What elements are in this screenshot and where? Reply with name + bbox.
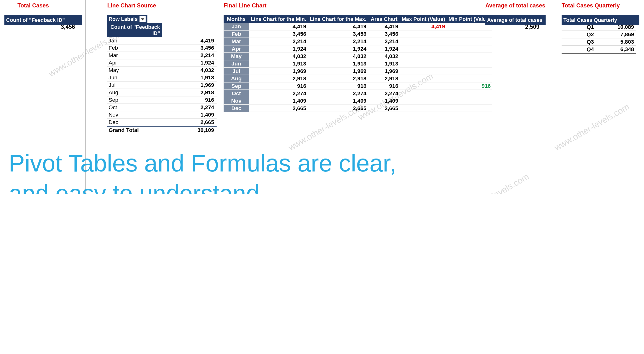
max-point-cell	[400, 97, 447, 105]
table-row: May4,032	[107, 67, 217, 74]
month-cell: Jul	[224, 67, 249, 75]
month-value: 916	[162, 96, 216, 104]
month-cell: Oct	[224, 90, 249, 97]
max-point-cell	[400, 60, 447, 67]
month-label: Oct	[107, 104, 162, 111]
pivot-count-header: Count of "Feedback ID"	[107, 23, 162, 37]
table-row: Aug2,9182,9182,918	[224, 75, 492, 82]
month-value: 2,274	[162, 104, 216, 111]
month-label: Aug	[107, 89, 162, 96]
dropdown-icon[interactable]	[140, 16, 146, 22]
max-line-cell: 1,913	[308, 60, 368, 67]
section-total-cases: Total Cases	[18, 2, 49, 9]
min-line-cell: 4,419	[249, 23, 308, 30]
overlay-line2: and easy to understand	[8, 180, 259, 194]
month-label: Apr	[107, 59, 162, 67]
month-cell: Dec	[224, 105, 249, 112]
min-line-cell: 2,274	[249, 90, 308, 97]
month-value: 1,969	[162, 81, 216, 89]
table-row: Apr1,9241,9241,924	[224, 45, 492, 53]
table-row: Feb3,4563,4563,456	[224, 30, 492, 38]
month-value: 1,924	[162, 59, 216, 67]
month-label: Dec	[107, 118, 162, 126]
quarter-value: 5,803	[596, 38, 636, 46]
line-chart-source-table: Row Labels Count of "Feedback ID" Jan4,4…	[107, 15, 217, 134]
table-row: Nov1,409	[107, 111, 217, 118]
area-cell: 1,913	[368, 60, 400, 67]
final-line-chart-table: MonthsLine Chart for the Min.Line Chart …	[224, 15, 492, 112]
table-row: Q46,348	[562, 46, 636, 53]
max-line-cell: 2,274	[308, 90, 368, 97]
grand-total-label: Grand Total	[107, 126, 162, 134]
month-value: 4,419	[162, 37, 216, 44]
watermark: www.other-levels.com	[552, 102, 631, 153]
min-line-cell: 1,913	[249, 60, 308, 67]
table-row: Apr1,924	[107, 59, 217, 67]
max-line-cell: 4,032	[308, 53, 368, 60]
pivot-row-labels-text: Row Labels	[108, 16, 138, 22]
max-point-cell	[400, 45, 447, 53]
min-line-cell: 1,969	[249, 67, 308, 75]
min-line-cell: 3,456	[249, 30, 308, 38]
column-header: Line Chart for the Min.	[249, 15, 308, 23]
area-cell: 3,456	[368, 30, 400, 38]
average-value: 2,509	[486, 24, 542, 30]
total-cases-value: 3,456	[4, 24, 78, 30]
max-point-cell: 4,419	[400, 23, 447, 30]
max-point-cell	[400, 82, 447, 90]
month-cell: Jan	[224, 23, 249, 30]
area-cell: 1,409	[368, 97, 400, 105]
max-point-cell	[400, 38, 447, 45]
max-line-cell: 1,924	[308, 45, 368, 53]
max-point-cell	[400, 53, 447, 60]
month-cell: Mar	[224, 38, 249, 45]
area-cell: 1,924	[368, 45, 400, 53]
pivot-row-labels-header[interactable]: Row Labels	[107, 15, 147, 23]
month-label: Sep	[107, 96, 162, 104]
quarter-label: Q3	[562, 38, 596, 46]
max-line-cell: 916	[308, 82, 368, 90]
month-cell: May	[224, 53, 249, 60]
area-cell: 2,918	[368, 75, 400, 82]
table-row: Jul1,9691,9691,969	[224, 67, 492, 75]
max-line-cell: 1,969	[308, 67, 368, 75]
min-line-cell: 2,214	[249, 38, 308, 45]
max-point-cell	[400, 67, 447, 75]
min-point-cell: 916	[447, 82, 492, 90]
area-cell: 4,419	[368, 23, 400, 30]
table-row: Dec2,6652,6652,665	[224, 105, 492, 112]
min-point-cell	[447, 97, 492, 105]
month-value: 2,665	[162, 118, 216, 126]
min-line-cell: 2,665	[249, 105, 308, 112]
quarter-value: 10,089	[596, 24, 636, 31]
overlay-caption: Pivot Tables and Formulas are clear, and…	[8, 148, 396, 194]
month-cell: Aug	[224, 75, 249, 82]
min-point-cell	[447, 53, 492, 60]
table-row: Jan4,419	[107, 37, 217, 44]
table-row: Nov1,4091,4091,409	[224, 97, 492, 105]
table-row: Dec2,665	[107, 118, 217, 126]
column-header: Max Point (Value)	[400, 15, 447, 23]
min-point-cell	[447, 75, 492, 82]
month-label: Mar	[107, 52, 162, 59]
min-point-cell	[447, 45, 492, 53]
quarterly-table: Q110,089Q27,869Q35,803Q46,348	[562, 24, 636, 54]
min-line-cell: 1,409	[249, 97, 308, 105]
area-cell: 4,032	[368, 53, 400, 60]
section-quarterly: Total Cases Quarterly	[562, 2, 620, 9]
area-cell: 2,274	[368, 90, 400, 97]
max-line-cell: 3,456	[308, 30, 368, 38]
watermark: www.other-levels.com	[452, 171, 531, 194]
area-cell: 2,665	[368, 105, 400, 112]
table-row: Mar2,214	[107, 52, 217, 59]
table-row: Q27,869	[562, 31, 636, 38]
section-line-chart-source: Line Chart Source	[107, 2, 156, 9]
month-cell: Apr	[224, 45, 249, 53]
month-value: 1,913	[162, 74, 216, 81]
month-value: 2,918	[162, 89, 216, 96]
table-row: Jan4,4194,4194,4194,419	[224, 23, 492, 30]
quarter-label: Q2	[562, 31, 596, 38]
max-point-cell	[400, 75, 447, 82]
table-row: Q110,089	[562, 24, 636, 31]
table-row: Q35,803	[562, 38, 636, 46]
